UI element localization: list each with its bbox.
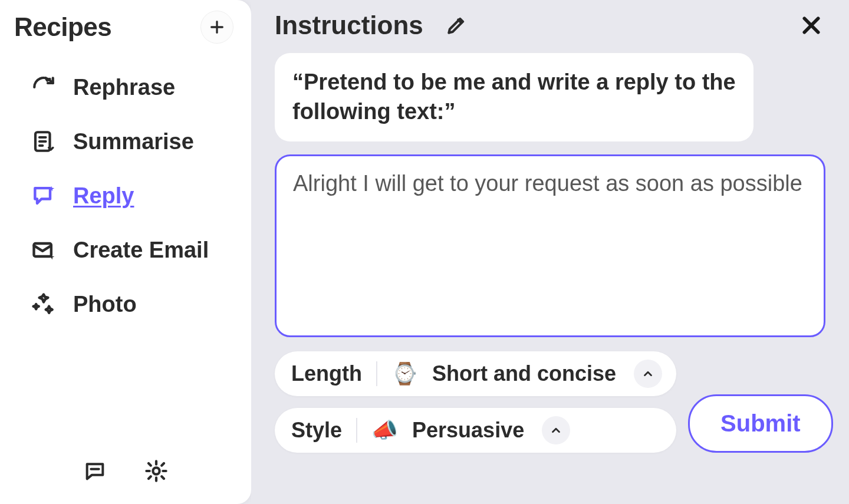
style-value: Persuasive <box>412 418 524 443</box>
controls-row: Length ⌚ Short and concise Style 📣 Persu… <box>275 351 825 453</box>
rephrase-icon <box>29 73 58 101</box>
pencil-icon <box>445 14 468 37</box>
sidebar-item-rephrase[interactable]: Rephrase <box>24 60 241 114</box>
sidebar-item-summarise[interactable]: Summarise <box>24 114 241 169</box>
add-recipe-button[interactable] <box>200 11 233 44</box>
email-icon <box>29 236 58 264</box>
close-button[interactable] <box>797 11 825 39</box>
svg-point-8 <box>153 467 159 474</box>
sidebar-item-label: Photo <box>73 292 137 317</box>
sidebar-footer <box>0 447 251 496</box>
edit-instructions-button[interactable] <box>443 12 469 38</box>
length-selector[interactable]: Length ⌚ Short and concise <box>275 351 676 396</box>
sidebar-item-label: Create Email <box>73 238 209 263</box>
chat-icon <box>83 459 107 483</box>
summarise-icon <box>29 127 58 156</box>
instructions-header: Instructions <box>275 11 825 53</box>
recipes-sidebar: Recipes Rephrase Summarise Reply <box>0 0 251 504</box>
recipes-list: Rephrase Summarise Reply Create Email Ph <box>0 55 251 447</box>
close-icon <box>799 14 823 37</box>
chevron-up-icon <box>634 360 662 388</box>
sidebar-header: Recipes <box>0 11 251 55</box>
controls-column: Length ⌚ Short and concise Style 📣 Persu… <box>275 351 676 453</box>
instructions-panel: Instructions “Pretend to be me and write… <box>251 0 849 504</box>
submit-button[interactable]: Submit <box>688 394 833 453</box>
sidebar-item-create-email[interactable]: Create Email <box>24 223 241 277</box>
watch-icon: ⌚ <box>391 361 418 386</box>
chat-button[interactable] <box>81 457 109 485</box>
reply-icon <box>29 182 58 210</box>
sidebar-item-label: Reply <box>73 183 134 209</box>
sidebar-item-label: Rephrase <box>73 75 175 100</box>
gear-icon <box>144 459 169 483</box>
plus-icon <box>209 19 225 35</box>
sidebar-item-label: Summarise <box>73 129 194 154</box>
style-selector[interactable]: Style 📣 Persuasive <box>275 408 676 453</box>
chevron-up-icon <box>542 416 570 444</box>
photo-icon <box>29 290 58 318</box>
reply-input[interactable] <box>275 154 825 337</box>
settings-button[interactable] <box>142 457 170 485</box>
sidebar-title: Recipes <box>14 12 111 42</box>
length-label: Length <box>291 361 377 386</box>
length-value: Short and concise <box>432 361 616 386</box>
sidebar-item-photo[interactable]: Photo <box>24 277 241 331</box>
instructions-title: Instructions <box>275 11 423 40</box>
sidebar-item-reply[interactable]: Reply <box>24 169 241 223</box>
megaphone-icon: 📣 <box>371 418 398 443</box>
style-label: Style <box>291 418 357 443</box>
prompt-text: “Pretend to be me and write a reply to t… <box>275 53 753 141</box>
